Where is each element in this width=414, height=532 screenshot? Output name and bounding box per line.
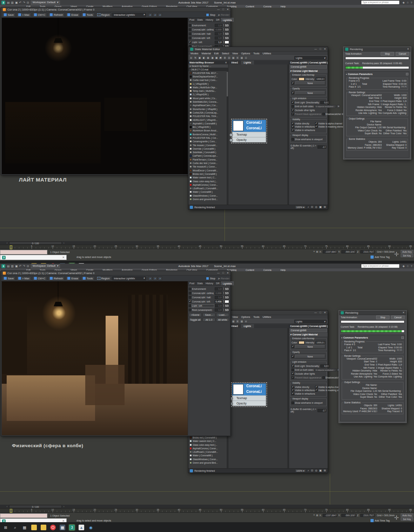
checkbox[interactable] — [292, 386, 294, 388]
node-slot-texmap[interactable]: Texmap — [232, 132, 266, 137]
prevent-black-checkbox[interactable]: Prevent black appearance — [292, 376, 321, 379]
occlude-lights-checkbox[interactable]: Occlude other lights — [292, 109, 315, 111]
task-view-icon[interactable]: ▦ — [22, 263, 27, 264]
material-item[interactable]: BG ( VRayHDRI ) — [188, 125, 227, 129]
auto-key-button[interactable]: Auto Key — [401, 513, 413, 517]
folder-icon[interactable] — [31, 263, 37, 264]
toolbar-icon[interactable]: ▥ — [11, 1, 14, 4]
stop-button[interactable]: Stop — [206, 13, 215, 16]
material-item[interactable]: AsphaltCorona ( Coron... — [188, 183, 227, 186]
tab-lights[interactable]: Lights — [241, 61, 254, 64]
window-controls[interactable]: —□✕ — [314, 311, 326, 314]
toolbar-icon[interactable]: ▤ — [7, 265, 10, 268]
param-checkbox-row[interactable]: Visible to alpha channel — [315, 122, 346, 125]
browser-icon[interactable]: ◉ — [88, 263, 94, 264]
tab-post[interactable]: Post — [188, 281, 196, 285]
tab-history[interactable]: History — [204, 18, 215, 22]
emission-texmap-checkbox[interactable] — [292, 82, 294, 84]
lightmix-color-swatch[interactable] — [225, 32, 229, 35]
pin-icon[interactable] — [406, 73, 408, 75]
lightmix-value[interactable]: 1,0 — [215, 41, 222, 44]
toolbar-icon[interactable]: ⊞ — [323, 205, 326, 209]
render-button[interactable]: ▶Render — [218, 13, 229, 16]
checkbox[interactable] — [315, 389, 318, 391]
auto-key-button[interactable]: Auto Key — [401, 250, 413, 253]
toolbar-icon[interactable]: ↶ — [19, 1, 22, 4]
vfb-toolbar-button[interactable]: Region — [96, 13, 112, 17]
toolbar-icon[interactable]: ↷ — [22, 1, 26, 4]
frame-range[interactable]: 0 / 100 — [9, 241, 62, 245]
material-item[interactable]: SideWalk ( CoronaMtl ) — [188, 151, 227, 154]
next-frame-button[interactable]: › — [62, 505, 66, 508]
material-item[interactable]: Ceramogranite ( Coro... — [188, 140, 227, 143]
menu-item[interactable]: Utilities — [263, 315, 271, 319]
checkbox[interactable] — [292, 389, 294, 391]
toolbar-icon[interactable]: ▣ — [319, 469, 322, 472]
start-icon[interactable]: ⊞ — [3, 525, 8, 530]
material-item[interactable]: Glass color-easy test (... — [188, 443, 227, 446]
menu-item[interactable]: View — [232, 52, 238, 55]
emit-both-sides-checkbox[interactable]: Emit on both sides — [292, 105, 313, 108]
opacity-texmap-checkbox[interactable] — [292, 355, 294, 358]
z-coord-spinner[interactable]: 2310,752▴▾ — [360, 514, 375, 517]
material-item[interactable]: POLIESTER RAL ( Cor... — [188, 136, 227, 139]
zoom-level[interactable]: 100% ▾ — [295, 469, 306, 472]
tab-lightmix[interactable]: LightMix — [221, 18, 234, 22]
slate-toolbar-icon[interactable]: ◧ — [202, 56, 206, 60]
lightmix-value[interactable]: 1,0 — [215, 287, 222, 291]
search-input[interactable]: Type a keyword or phrase — [361, 1, 399, 4]
material-item[interactable]: Grenn and ground Bird... — [188, 461, 227, 464]
menu-item[interactable]: Select — [222, 52, 229, 55]
close-icon[interactable]: ✕ — [324, 48, 326, 50]
material-item[interactable]: Wood paint white ( Co... — [188, 96, 227, 100]
lightmix-color-swatch[interactable] — [225, 308, 229, 312]
node-slot-opacity[interactable]: Opacity — [232, 401, 266, 406]
toolbar-icon[interactable]: ▣ — [319, 205, 322, 209]
vfb-toolbar-button[interactable]: Ctrl+C — [32, 13, 47, 17]
tab-lightmix[interactable]: LightMix — [221, 281, 234, 285]
lightmix-checkbox[interactable] — [189, 24, 191, 27]
transform-coords[interactable]: ⌖ ⊠ X: -1337,684▴▾ Y: -569,326▴▾ Z: 2310… — [313, 513, 395, 517]
vfb-toolbar-button[interactable]: Erase — [66, 276, 80, 281]
lightmix-value[interactable]: 0,456 — [215, 300, 222, 303]
common-parameters-header[interactable]: Common Parameters — [343, 336, 368, 339]
frame-range[interactable]: 0 / 100 — [9, 505, 62, 508]
workspace-dropdown[interactable]: Workspace: Default▾ — [31, 1, 60, 5]
close-icon[interactable]: ✕ — [225, 61, 227, 64]
material-item[interactable]: PlankTerrace ( Corona... — [188, 158, 227, 161]
workspace-dropdown[interactable]: Workspace: Default▾ — [31, 264, 60, 268]
y-coord-spinner[interactable]: -569,326▴▾ — [341, 250, 356, 253]
spinner-arrows[interactable]: ▴▾ — [223, 41, 224, 43]
menu-item[interactable]: Modes — [191, 52, 199, 55]
toolbar-icon[interactable]: ◈ — [402, 1, 405, 4]
toolbar-icon[interactable]: ↷ — [22, 265, 26, 268]
opera-icon[interactable]: O — [50, 525, 56, 530]
tab-dr[interactable]: DR — [215, 281, 221, 285]
toolbar-icon[interactable]: ? — [410, 265, 413, 268]
close-icon[interactable]: ✕ — [407, 48, 409, 50]
browser-search[interactable]: ▾Search by Name ... — [188, 64, 228, 68]
add-time-tag[interactable]: Add Time Tag — [370, 519, 390, 522]
view-dropdown[interactable]: Lights▾ — [294, 56, 327, 60]
close-icon[interactable]: ✕ — [62, 256, 65, 259]
notification-popup[interactable]: 3✕ — [0, 255, 67, 260]
material-item[interactable]: Water sweem test ( C... — [188, 439, 227, 443]
lightmix-color-swatch[interactable] — [225, 36, 229, 40]
vfb-toolbar-button[interactable]: > Max — [16, 276, 31, 281]
lightmix-button[interactable]: All 1.0 — [202, 318, 215, 322]
start-icon[interactable]: ⊞ — [3, 263, 8, 264]
minimize-icon[interactable]: — — [217, 8, 220, 11]
window-controls[interactable]: —□✕ — [314, 48, 326, 50]
material-item[interactable]: 2 ( VRayHDRI ) — [188, 93, 227, 96]
opacity-texmap-checkbox[interactable] — [292, 92, 294, 94]
slate-toolbar-icon[interactable]: ▤ — [206, 56, 210, 60]
material-item[interactable]: Tile mosaic ( CoronaM... — [188, 143, 227, 147]
material-item[interactable]: AsphaltCorona ( Coron... — [188, 446, 227, 450]
lightmix-button[interactable]: Save... — [202, 313, 215, 317]
slate-toolbar-icon[interactable]: ▥ — [240, 320, 243, 323]
slate-toolbar-icon[interactable]: ▣ — [198, 56, 201, 60]
lightmix-checkbox[interactable] — [189, 292, 191, 294]
toolbar-icon[interactable]: ⌕ — [153, 13, 157, 17]
tab-dr[interactable]: DR — [215, 18, 221, 22]
next-frame-button[interactable]: › — [62, 242, 66, 244]
